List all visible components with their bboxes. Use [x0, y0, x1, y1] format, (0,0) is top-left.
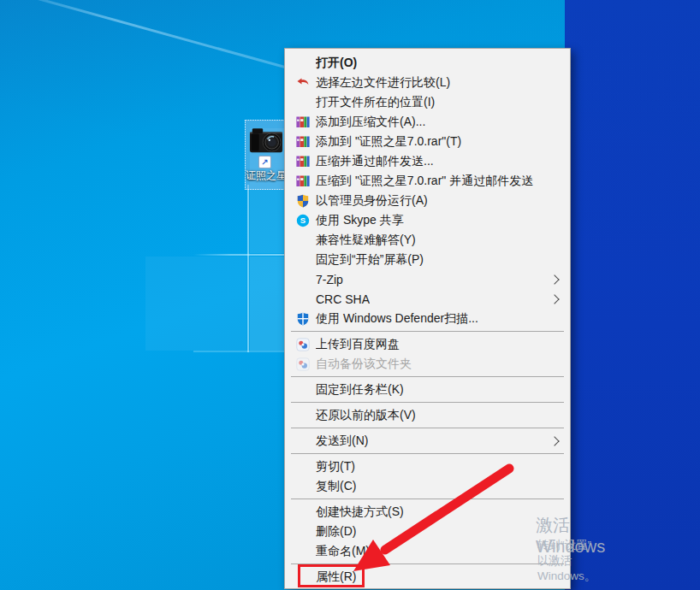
menu-item-rename[interactable]: 重命名(M): [285, 541, 570, 561]
menu-item-winrar-compress-email[interactable]: 压缩并通过邮件发送...: [285, 151, 570, 171]
windows-logo-vertical-gap: [247, 185, 249, 352]
menu-item-label: 使用 Windows Defender扫描...: [316, 311, 478, 327]
menu-item-defender-scan[interactable]: 使用 Windows Defender扫描...: [285, 309, 570, 328]
menu-icon-spacer: [295, 56, 311, 70]
menu-icon-spacer: [295, 505, 311, 519]
menu-item-7zip[interactable]: 7-Zip: [285, 269, 570, 289]
menu-item-auto-backup-folder[interactable]: 自动备份该文件夹: [285, 354, 570, 374]
menu-icon-spacer: [295, 409, 311, 422]
windows-logo-pane: [145, 257, 246, 351]
menu-item-label: 删除(D): [316, 524, 356, 540]
defender-icon: [295, 312, 311, 326]
baidu-netdisk-icon: [295, 357, 311, 371]
menu-item-label: 发送到(N): [316, 434, 368, 449]
menu-item-compatibility-troubleshoot[interactable]: 兼容性疑难解答(Y): [285, 230, 570, 250]
shortcut-arrow-icon: ↗: [258, 156, 271, 168]
menu-item-label: 添加到压缩文件(A)...: [316, 115, 425, 130]
menu-item-label: 压缩并通过邮件发送...: [316, 154, 434, 169]
menu-separator: [291, 453, 564, 454]
wallpaper-dark-region: [565, 0, 700, 590]
menu-item-label: 复制(C): [316, 479, 356, 494]
desktop-shortcut-zhengzhaozhixing[interactable]: ↗ 证照之星: [245, 120, 287, 190]
desktop-icon-label: 证照之星: [243, 168, 289, 183]
submenu-chevron-icon: [549, 294, 559, 304]
menu-item-label: 压缩到 "证照之星7.0.rar" 并通过邮件发送: [316, 174, 533, 189]
menu-item-copy[interactable]: 复制(C): [285, 476, 570, 496]
menu-item-share-skype[interactable]: S使用 Skype 共享: [285, 210, 570, 230]
windows-logo-bottom-edge: [193, 351, 287, 352]
menu-item-winrar-add-to-named[interactable]: 添加到 "证照之星7.0.rar"(T): [285, 132, 570, 151]
svg-text:S: S: [300, 215, 306, 225]
menu-separator: [291, 376, 564, 377]
menu-item-label: 固定到“开始”屏幕(P): [316, 252, 424, 268]
menu-item-pin-to-taskbar[interactable]: 固定到任务栏(K): [285, 380, 570, 399]
menu-separator: [291, 331, 564, 332]
menu-icon-spacer: [295, 273, 311, 286]
winrar-icon: [295, 115, 311, 129]
menu-item-label: 属性(R): [316, 569, 356, 585]
winrar-icon: [295, 174, 311, 188]
menu-item-pin-to-start[interactable]: 固定到“开始”屏幕(P): [285, 250, 570, 269]
menu-icon-spacer: [295, 525, 311, 539]
menu-item-open-file-location[interactable]: 打开文件所在的位置(I): [285, 92, 570, 112]
winrar-icon: [295, 155, 311, 168]
menu-item-open[interactable]: 打开(O): [285, 53, 570, 73]
menu-item-compare-left[interactable]: 选择左边文件进行比较(L): [285, 73, 570, 92]
menu-item-label: 选择左边文件进行比较(L): [316, 75, 450, 91]
menu-separator: [291, 499, 564, 499]
windows-logo-horizontal-gap: [193, 254, 287, 256]
uac-shield-icon: [295, 194, 311, 208]
skype-icon: S: [295, 214, 311, 227]
menu-item-label: 以管理员身份运行(A): [316, 193, 428, 209]
menu-item-label: 剪切(T): [316, 459, 355, 475]
winrar-icon: [295, 135, 311, 149]
windows-logo-pane: [250, 257, 287, 351]
menu-item-properties[interactable]: 属性(R): [285, 567, 570, 587]
menu-icon-spacer: [295, 480, 311, 493]
menu-icon-spacer: [295, 434, 311, 448]
menu-icon-spacer: [295, 253, 311, 267]
menu-item-label: 兼容性疑难解答(Y): [316, 233, 416, 248]
menu-item-label: 自动备份该文件夹: [316, 357, 412, 372]
menu-icon-spacer: [295, 383, 311, 397]
menu-item-delete[interactable]: 删除(D): [285, 522, 570, 541]
menu-icon-spacer: [295, 460, 311, 474]
menu-item-cut[interactable]: 剪切(T): [285, 457, 570, 476]
menu-icon-spacer: [295, 96, 311, 109]
menu-item-run-as-admin[interactable]: 以管理员身份运行(A): [285, 191, 570, 210]
compare-arrow-icon: [295, 76, 311, 90]
baidu-netdisk-icon: [295, 338, 311, 351]
submenu-chevron-icon: [549, 274, 559, 284]
menu-item-label: 7-Zip: [316, 273, 343, 286]
menu-icon-spacer: [295, 233, 311, 247]
menu-item-crc-sha[interactable]: CRC SHA: [285, 289, 570, 309]
menu-icon-spacer: [295, 292, 311, 306]
submenu-chevron-icon: [549, 436, 559, 445]
menu-item-winrar-compress-named-email[interactable]: 压缩到 "证照之星7.0.rar" 并通过邮件发送: [285, 171, 570, 191]
menu-separator: [291, 402, 564, 403]
menu-item-label: 创建快捷方式(S): [316, 504, 404, 520]
menu-item-upload-baidu[interactable]: 上传到百度网盘: [285, 334, 570, 354]
menu-icon-spacer: [295, 545, 311, 558]
menu-item-label: 上传到百度网盘: [316, 337, 400, 352]
menu-item-label: 打开(O): [316, 56, 357, 71]
menu-item-create-shortcut[interactable]: 创建快捷方式(S): [285, 502, 570, 522]
menu-item-label: 使用 Skype 共享: [316, 213, 404, 228]
menu-item-restore-previous-versions[interactable]: 还原以前的版本(V): [285, 405, 570, 425]
menu-separator: [291, 428, 564, 428]
menu-item-label: 还原以前的版本(V): [316, 408, 416, 423]
menu-item-label: 重命名(M): [316, 544, 370, 559]
menu-item-send-to[interactable]: 发送到(N): [285, 431, 570, 451]
menu-item-winrar-add-to-archive[interactable]: 添加到压缩文件(A)...: [285, 112, 570, 132]
menu-item-label: 固定到任务栏(K): [316, 382, 404, 398]
menu-item-label: 添加到 "证照之星7.0.rar"(T): [316, 134, 461, 150]
camera-icon: [249, 126, 283, 155]
context-menu: 打开(O)选择左边文件进行比较(L)打开文件所在的位置(I)添加到压缩文件(A)…: [284, 48, 571, 589]
menu-icon-spacer: [295, 570, 311, 584]
menu-item-label: 打开文件所在的位置(I): [316, 95, 435, 110]
menu-item-label: CRC SHA: [316, 292, 370, 306]
menu-separator: [291, 563, 564, 564]
